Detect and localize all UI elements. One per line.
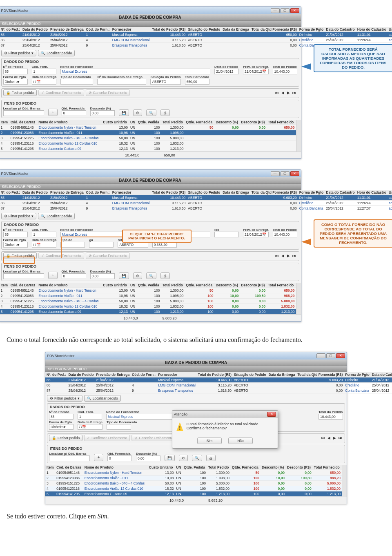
pedido-grid-2[interactable]: Nº. do Ped.:Data do PedidoPrevisão de En… [0, 190, 392, 211]
confirmar-button: ✓ Confirmar Fechamento [38, 89, 84, 96]
warning-icon: ! [176, 422, 183, 431]
instruction-paragraph-2: Se tudo estiver correto. Clique em Sim. [7, 511, 385, 521]
close-button[interactable]: ✕ [290, 171, 299, 176]
selecionar-bar[interactable]: SELECIONAR PEDIDO [0, 21, 301, 27]
items-grid-1[interactable]: ItemCód. de BarrasNome do ProdutoCusto U… [0, 120, 296, 152]
max-button[interactable]: ▢ [281, 171, 290, 176]
table-row[interactable]: 3019954151225Encordoamento Baixo - 040 -… [0, 299, 296, 304]
close-button[interactable]: ✕ [336, 353, 345, 358]
titlebar[interactable]: PDVStoreMaster — ▢ ✕ [0, 7, 301, 14]
qtd-input[interactable]: 0 [62, 110, 86, 116]
num-pedido-field[interactable]: 85 [3, 69, 28, 74]
cod-forn-field[interactable]: 1 [32, 69, 56, 74]
table-row[interactable]: 4019954123116Encordoamento Violão 12 Cor… [45, 486, 342, 491]
close-button[interactable]: ✕ [290, 8, 299, 13]
callout-arrow-icon [301, 63, 311, 70]
table-row[interactable]: 1019954951146Encordoamento Nylon - Hard … [45, 470, 342, 476]
callout-total-fornecido: TOTAL FORNECIDO SERÁ CALCULADO À MEDIDA … [314, 44, 392, 72]
print-item-button[interactable]: 🖨 [160, 109, 170, 116]
table-row[interactable]: 4019954123116Encordoamento Violão 12 Cor… [0, 304, 296, 309]
table-row[interactable]: 8725/04/201225/04/20129Braspress Transpo… [45, 388, 392, 393]
record-nav[interactable]: ⏮◀▶⏭ [274, 91, 297, 95]
total-pedido-field: 10.443,00 [273, 69, 297, 74]
items-grid-2[interactable]: ItemCód. de BarrasNome do ProdutoCusto U… [0, 283, 296, 315]
window-2: PDVStoreMaster — ▢ ✕ BAIXA DE PEDIDO DE … [0, 170, 301, 322]
table-row[interactable]: 8625/04/201225/04/20124LMG COM Internaci… [0, 38, 392, 43]
dialog-sim-button[interactable]: Sim [197, 438, 222, 444]
dialog-close-button[interactable]: ✕ [267, 412, 276, 417]
pedido-grid-3[interactable]: Nº. do Ped.:Data do PedidoPrevisão de En… [45, 372, 392, 393]
cancelar-button: ⊘ Cancelar Fechamento [86, 89, 130, 96]
titlebar[interactable]: PDVStoreMaster — ▢ ✕ [0, 170, 301, 177]
table-row[interactable]: 3019954151225Encordoamento Baixo - 040 -… [0, 136, 296, 141]
items-grid-3[interactable]: ItemCód. de BarrasNome do ProdutoCusto U… [45, 465, 342, 497]
table-row[interactable]: 8625/04/201225/04/20124LMG COM Internaci… [45, 383, 392, 388]
max-button[interactable]: ▢ [326, 353, 335, 358]
search-item-button[interactable]: 🔍 [146, 109, 156, 116]
callout-confirmacao: COMO O TOTAL FORNECIDO NÃO CORRESPONDE A… [314, 219, 392, 248]
fechar-pedido-button[interactable]: 🔒 Fechar pedido [3, 89, 37, 96]
localizar-button[interactable]: 🔍 Localizar pedido [38, 50, 75, 56]
add-button[interactable]: ＋ [48, 109, 58, 116]
filtrar-button[interactable]: ⚙ Filtrar pedidos ▾ [1, 50, 37, 56]
nome-forn-field[interactable]: Musical Express [60, 69, 210, 74]
min-button[interactable]: — [271, 8, 280, 13]
scrollbar[interactable] [296, 120, 301, 152]
table-row[interactable]: 8521/04/201221/04/20121Musical Express10… [0, 32, 392, 38]
table-row[interactable]: 2019954123086Encordoamento Violão - 0111… [0, 293, 296, 299]
filtrar-button[interactable]: ⚙ Filtrar pedidos ▾ [1, 213, 37, 219]
callout-connector [96, 237, 122, 237]
cancel-item-button[interactable]: ⊘ [133, 109, 142, 116]
dados-pedido-section: DADOS DO PEDIDO Nº do Pedido85 Cód. Forn… [1, 58, 299, 87]
dialog-title: Atenção [174, 412, 187, 416]
save-item-button[interactable]: 💾 [119, 109, 129, 116]
footer-totals: 10.443,0 650,00 [0, 152, 301, 159]
table-row[interactable]: 8725/04/201225/04/20129Braspress Transpo… [0, 206, 392, 211]
table-row[interactable]: 1019954951146Encordoamento Nylon - Hard … [0, 288, 296, 293]
fechar-pedido-button[interactable]: 🔒 Fechar pedido [49, 435, 82, 441]
confirm-dialog: Atenção ✕ ! O total fornecido é inferior… [172, 410, 278, 449]
table-row[interactable]: 2019954123086Encordoamento Violão - 0111… [45, 476, 342, 481]
table-row[interactable]: 5019954141295Encordoamento Guitarra 0912… [0, 309, 296, 315]
table-row[interactable]: 8521/04/201221/04/20121Musical Express10… [45, 377, 392, 383]
dialog-text: O total fornecido é inferior ao total so… [187, 422, 274, 430]
dialog-nao-button[interactable]: Não [228, 438, 253, 444]
localizar-input[interactable] [3, 110, 44, 116]
app-title: PDVStoreMaster [1, 9, 29, 13]
desc-input[interactable]: 0,00 [90, 110, 115, 116]
table-row[interactable]: 3019954151225Encordoamento Baixo - 040 -… [45, 481, 342, 486]
callout-arrow-icon [301, 239, 311, 245]
table-row[interactable]: 2019954123086Encordoamento Violão - 0111… [0, 130, 296, 136]
window-subtitle: BAIXA DE PEDIDO DE COMPRA [0, 14, 301, 21]
table-row[interactable]: 5019954141295Encordoamento Guitarra 0912… [0, 146, 296, 152]
table-row[interactable]: 8521/04/201221/04/20121Musical Express10… [0, 195, 392, 201]
table-row[interactable]: 4019954123116Encordoamento Violão 12 Cor… [0, 141, 296, 146]
table-row[interactable]: 1019954951146Encordoamento Nylon - Hard … [0, 125, 296, 130]
table-row[interactable]: 5019954141295Encordoamento Guitarra 0912… [45, 491, 342, 497]
min-button[interactable]: — [316, 353, 325, 358]
inline-callout-fechar: CLIQUE EM 'FECHAR PEDIDO' PARA INICIAR O… [122, 230, 192, 243]
max-button[interactable]: ▢ [281, 8, 290, 13]
window-3: PDVStoreMaster — ▢ ✕ BAIXA DE PEDIDO DE … [45, 352, 347, 504]
min-button[interactable]: — [271, 171, 280, 176]
dados-pedido-header: DADOS DO PEDIDO [3, 59, 297, 64]
itens-pedido-section: ITENS DO PEDIDO Localizar p/ Cód. Barras… [1, 100, 299, 118]
instruction-paragraph-1: Como o total fornecido não corresponde a… [7, 335, 385, 344]
highlight-fechar-pedido [3, 257, 35, 264]
window-1: PDVStoreMaster — ▢ ✕ BAIXA DE PEDIDO DE … [0, 7, 301, 159]
localizar-button[interactable]: 🔍 Localizar pedido [38, 213, 75, 219]
table-row[interactable]: 8625/04/201225/04/20124LMG COM Internaci… [0, 201, 392, 206]
data-pedido-field[interactable]: 21/04/2012 [214, 69, 239, 74]
total-fornecido-field: 650,00 [185, 79, 209, 85]
